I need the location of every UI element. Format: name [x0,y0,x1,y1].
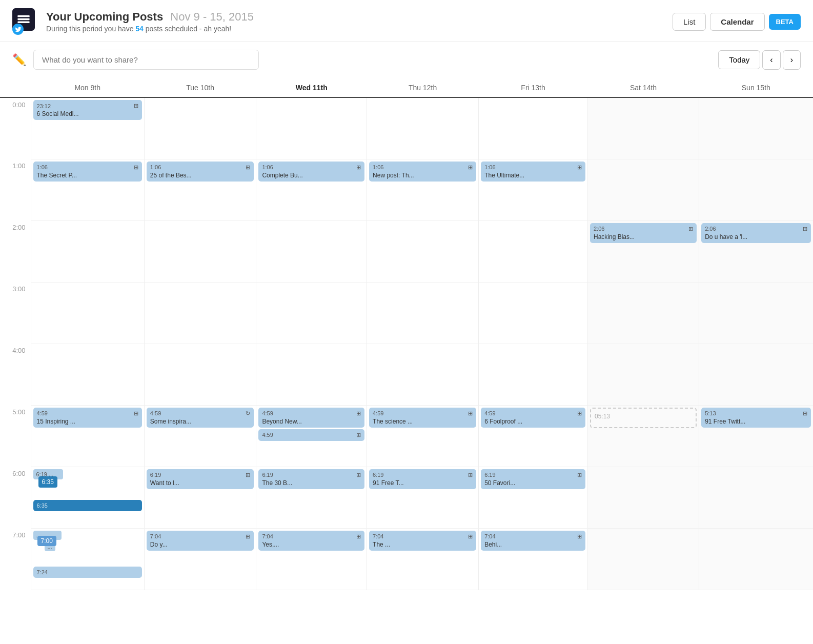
cell-row3-col3 [367,282,479,344]
col-header-thu: Thu 12th [367,78,479,97]
card-time: 1:06 [373,164,383,170]
header-left: Your Upcoming Posts Nov 9 - 15, 2015 Dur… [12,8,254,35]
post-card[interactable]: 7:04⊞Yes,... [258,531,364,551]
post-card[interactable]: 1:06⊞Complete Bu... [258,162,364,182]
cell-row1-col2: 1:06⊞Complete Bu... [256,159,367,220]
logo-area [12,8,39,35]
post-card[interactable]: 7:04⊞The ... [369,531,476,551]
time-label-200: 2:00 [0,220,31,282]
card-image-icon: ⊞ [468,164,473,171]
cell-row5-col5: 05:13 [588,405,699,467]
cell-row4-col2 [256,344,367,405]
card-image-icon: ⊞ [134,103,138,109]
post-card[interactable]: 5:13⊞91 Free Twitt... [701,408,811,428]
cell-row6-col0: 6:19 ...6:356:35 [31,467,144,528]
cell-row7-col3: 7:04⊞The ... [367,528,479,590]
post-card-mini-2[interactable]: 7:00 [37,536,56,546]
card-image-icon: ⊞ [577,410,582,417]
post-card-dashed[interactable]: 05:13 [590,408,697,428]
card-time: 1:06 [484,164,495,170]
post-card-highlighted[interactable]: 6:35 [38,476,57,488]
cell-row1-col3: 1:06⊞New post: Th... [367,159,479,220]
list-view-button[interactable]: List [673,13,706,31]
calendar-view-button[interactable]: Calendar [710,13,764,31]
col-header-wed: Wed 11th [256,78,367,97]
post-card[interactable]: 23:12⊞6 Social Medi... [33,100,142,120]
card-image-icon: ⊞ [468,472,473,478]
post-card[interactable]: 6:19⊞Want to l... [147,469,254,489]
next-week-button[interactable]: › [783,50,801,70]
cell-row6-col3: 6:19⊞91 Free T... [367,467,479,528]
time-label-500: 5:00 [0,405,31,467]
cell-row5-col6: 5:13⊞91 Free Twitt... [699,405,813,467]
time-label-600: 6:00 [0,467,31,528]
card-image-icon: ⊞ [356,410,361,417]
post-card[interactable]: 4:59⊞6 Foolproof ... [481,408,585,428]
cell-row5-col3: 4:59⊞The science ... [367,405,479,467]
post-card[interactable]: 1:06⊞The Secret P... [33,162,142,182]
compose-icon: ✏️ [12,53,26,67]
today-button[interactable]: Today [718,50,760,69]
header-title-block: Your Upcoming Posts Nov 9 - 15, 2015 Dur… [46,10,254,33]
card-image-icon: ⊞ [246,472,250,478]
cell-row5-col1: 4:59↻Some inspira... [144,405,256,467]
post-card[interactable]: 6:19⊞50 Favori... [481,469,585,489]
post-card[interactable]: 1:06⊞25 of the Bes... [147,162,254,182]
cell-row6-col1: 6:19⊞Want to l... [144,467,256,528]
post-card[interactable]: 6:19⊞91 Free T... [369,469,476,489]
card-title: The Ultimate... [484,172,582,179]
cell-row7-col2: 7:04⊞Yes,... [256,528,367,590]
card-image-icon: ⊞ [577,472,582,478]
post-card[interactable]: 1:06⊞The Ultimate... [481,162,585,182]
card-image-icon: ⊞ [468,410,473,417]
subtitle-text: During this period you have 54 posts sch… [46,25,254,33]
post-card[interactable]: 6:35 [33,500,142,511]
cell-row3-col2 [256,282,367,344]
post-card[interactable]: 7:24 [33,567,142,578]
cell-row1-col0: 1:06⊞The Secret P... [31,159,144,220]
card-time: 6:19 [262,472,273,478]
post-card[interactable]: 4:59↻Some inspira... [147,408,254,428]
post-card[interactable]: 4:59⊞Beyond New... [258,408,364,428]
post-card[interactable]: 2:06⊞Hacking Bias... [590,223,697,243]
card-title: Complete Bu... [262,172,361,179]
cell-row2-col6: 2:06⊞Do u have a 'l... [699,220,813,282]
post-card[interactable]: 4:59⊞ [258,429,364,441]
post-card[interactable]: 2:06⊞Do u have a 'l... [701,223,811,243]
card-title: The Secret P... [37,172,138,179]
cell-row0-col3 [367,97,479,159]
post-card[interactable]: 7:04⊞Behi... [481,531,585,551]
cell-row4-col6 [699,344,813,405]
card-image-icon: ⊞ [803,410,807,417]
prev-week-button[interactable]: ‹ [762,50,780,70]
card-image-icon: ⊞ [577,164,582,171]
cell-row7-col4: 7:04⊞Behi... [479,528,588,590]
card-time: 1:06 [150,164,161,170]
svg-rect-2 [17,15,29,17]
compose-input[interactable] [33,50,259,70]
post-card[interactable]: 4:59⊞15 Inspiring ... [33,408,142,428]
card-title: 6 Foolproof ... [484,418,582,425]
card-image-icon: ⊞ [134,410,138,417]
card-title: 25 of the Bes... [150,172,251,179]
svg-rect-0 [17,22,29,24]
post-card[interactable]: 6:19⊞The 30 B... [258,469,364,489]
posts-count: 54 [135,25,144,33]
stacked-card-group-2: ...7:00... [33,531,142,567]
card-title: 91 Free T... [373,479,473,487]
card-time: 7:04 [150,533,161,539]
card-time: 4:59 [262,410,273,416]
time-label-300: 3:00 [0,282,31,344]
card-image-icon: ⊞ [577,533,582,540]
cell-row7-col0: ...7:00...7:24 [31,528,144,590]
post-card[interactable]: 7:04⊞Do y... [147,531,254,551]
time-label-700: 7:00 [0,528,31,590]
svg-rect-1 [17,18,29,21]
beta-button[interactable]: BETA [769,14,801,30]
card-time: 6:19 [484,472,495,478]
cell-row0-col4 [479,97,588,159]
post-card[interactable]: 1:06⊞New post: Th... [369,162,476,182]
post-card[interactable]: 4:59⊞The science ... [369,408,476,428]
cell-row5-col4: 4:59⊞6 Foolproof ... [479,405,588,467]
stacked-card-group: 6:19 ...6:35 [33,469,142,500]
